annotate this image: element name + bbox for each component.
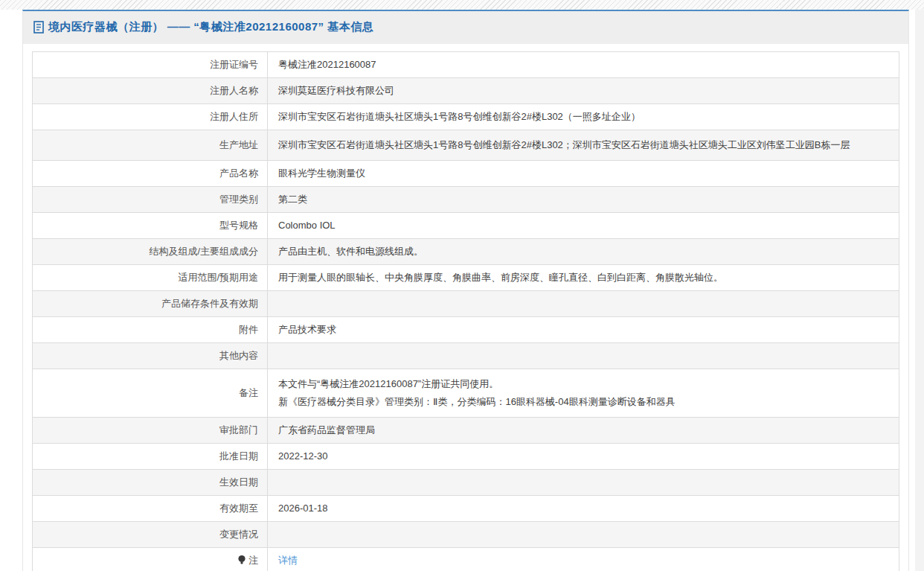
- table-row: 备注 本文件与“粤械注准20212160087”注册证共同使用。 新《医疗器械分…: [33, 369, 899, 418]
- row-value: 深圳市宝安区石岩街道塘头社区塘头1号路8号创维创新谷2#楼L302（一照多址企业…: [268, 104, 899, 130]
- detail-link[interactable]: 详情: [278, 555, 298, 566]
- note-icon: [237, 555, 246, 565]
- row-label: 附件: [33, 317, 268, 343]
- row-label: 审批部门: [33, 418, 268, 444]
- row-value: 产品技术要求: [268, 317, 899, 343]
- table-row: 结构及组成/主要组成成分 产品由主机、软件和电源线组成。: [33, 239, 899, 265]
- table-row: 注 详情: [33, 548, 899, 571]
- row-label: 注册证编号: [33, 52, 268, 78]
- row-label: 注: [33, 548, 268, 571]
- row-label: 批准日期: [33, 444, 268, 470]
- table-row: 附件 产品技术要求: [33, 317, 899, 343]
- row-label: 管理类别: [33, 187, 268, 213]
- scrollbar-track[interactable]: [915, 10, 924, 571]
- table-row: 其他内容: [33, 343, 899, 369]
- row-label: 生产地址: [33, 130, 268, 161]
- row-value: 2022-12-30: [268, 444, 899, 470]
- row-label: 适用范围/预期用途: [33, 265, 268, 291]
- row-label: 结构及组成/主要组成成分: [33, 239, 268, 265]
- table-row: 产品储存条件及有效期: [33, 291, 899, 317]
- row-label: 型号规格: [33, 213, 268, 239]
- table-row: 批准日期 2022-12-30: [33, 444, 899, 470]
- registration-info-table: 注册证编号 粤械注准20212160087 注册人名称 深圳莫廷医疗科技有限公司…: [32, 51, 899, 571]
- row-value: 本文件与“粤械注准20212160087”注册证共同使用。 新《医疗器械分类目录…: [268, 369, 899, 418]
- row-label: 变更情况: [33, 522, 268, 548]
- row-label: 产品名称: [33, 161, 268, 187]
- row-value: 产品由主机、软件和电源线组成。: [268, 239, 899, 265]
- document-icon: [33, 21, 44, 34]
- row-label: 其他内容: [33, 343, 268, 369]
- table-row: 生产地址 深圳市宝安区石岩街道塘头社区塘头1号路8号创维创新谷2#楼L302；深…: [33, 130, 899, 161]
- content-panel: 境内医疗器械（注册） —— “粤械注准20212160087” 基本信息 注册证…: [22, 10, 909, 571]
- row-label: 备注: [33, 369, 268, 418]
- row-value: 深圳莫廷医疗科技有限公司: [268, 78, 899, 104]
- row-label: 生效日期: [33, 470, 268, 496]
- page-title: 境内医疗器械（注册） —— “粤械注准20212160087” 基本信息: [48, 20, 373, 34]
- note-label: 注: [248, 555, 258, 566]
- row-value: [268, 522, 899, 548]
- row-value: 详情: [268, 548, 899, 571]
- row-value: 眼科光学生物测量仪: [268, 161, 899, 187]
- table-row: 产品名称 眼科光学生物测量仪: [33, 161, 899, 187]
- table-row: 型号规格 Colombo IOL: [33, 213, 899, 239]
- table-row: 变更情况: [33, 522, 899, 548]
- row-value: [268, 291, 899, 317]
- remark-line: 本文件与“粤械注准20212160087”注册证共同使用。: [278, 375, 888, 393]
- table-row: 有效期至 2026-01-18: [33, 496, 899, 522]
- row-value: [268, 343, 899, 369]
- row-label: 产品储存条件及有效期: [33, 291, 268, 317]
- row-value: 深圳市宝安区石岩街道塘头社区塘头1号路8号创维创新谷2#楼L302；深圳市宝安区…: [268, 130, 899, 161]
- table-row: 审批部门 广东省药品监督管理局: [33, 418, 899, 444]
- row-value: 广东省药品监督管理局: [268, 418, 899, 444]
- table-row: 管理类别 第二类: [33, 187, 899, 213]
- row-value: 第二类: [268, 187, 899, 213]
- row-value: Colombo IOL: [268, 213, 899, 239]
- row-value: 2026-01-18: [268, 496, 899, 522]
- row-value: 用于测量人眼的眼轴长、中央角膜厚度、角膜曲率、前房深度、瞳孔直径、白到白距离、角…: [268, 265, 899, 291]
- table-row: 注册证编号 粤械注准20212160087: [33, 52, 899, 78]
- row-value: 粤械注准20212160087: [268, 52, 899, 78]
- page-header: 境内医疗器械（注册） —— “粤械注准20212160087” 基本信息: [23, 11, 908, 44]
- table-row: 适用范围/预期用途 用于测量人眼的眼轴长、中央角膜厚度、角膜曲率、前房深度、瞳孔…: [33, 265, 899, 291]
- top-hatch-strip: [0, 0, 924, 10]
- table-row: 注册人名称 深圳莫廷医疗科技有限公司: [33, 78, 899, 104]
- row-label: 注册人名称: [33, 78, 268, 104]
- table-row: 注册人住所 深圳市宝安区石岩街道塘头社区塘头1号路8号创维创新谷2#楼L302（…: [33, 104, 899, 130]
- row-label: 有效期至: [33, 496, 268, 522]
- table-row: 生效日期: [33, 470, 899, 496]
- remark-line: 新《医疗器械分类目录》管理类别：Ⅱ类，分类编码：16眼科器械-04眼科测量诊断设…: [278, 393, 888, 411]
- row-label: 注册人住所: [33, 104, 268, 130]
- row-value: [268, 470, 899, 496]
